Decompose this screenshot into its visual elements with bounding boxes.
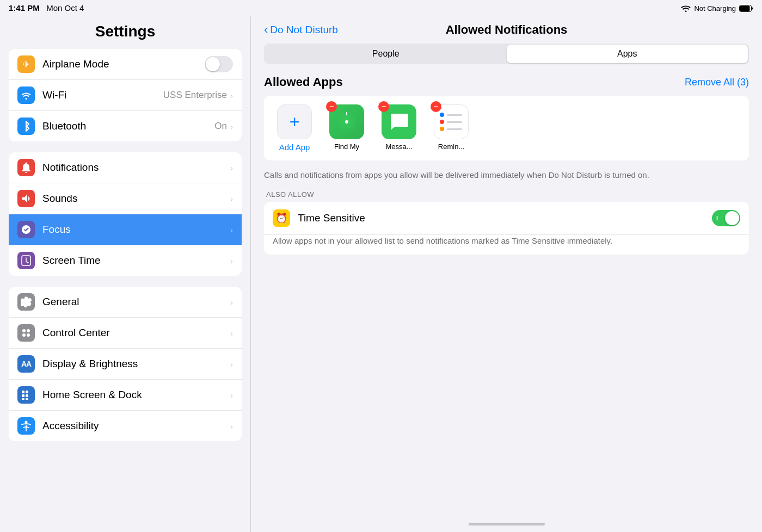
time-sensitive-toggle[interactable]: I	[712, 210, 740, 226]
svg-point-5	[22, 333, 26, 337]
add-app-item[interactable]: + Add App	[273, 104, 316, 152]
bluetooth-icon	[17, 117, 35, 135]
svg-rect-7	[22, 391, 24, 393]
sidebar-item-airplane-mode[interactable]: ✈ Airplane Mode	[9, 49, 242, 80]
home-indicator	[251, 516, 762, 532]
screen-time-label: Screen Time	[42, 255, 230, 267]
home-screen-chevron: ›	[230, 391, 233, 400]
notifications-chevron: ›	[230, 163, 233, 172]
svg-rect-9	[22, 394, 24, 397]
svg-point-17	[345, 120, 348, 123]
control-center-label: Control Center	[42, 327, 230, 339]
add-app-label: Add App	[279, 143, 310, 152]
messages-icon-wrapper: −	[382, 104, 416, 139]
right-panel: ‹ Do Not Disturb Allowed Notifications P…	[251, 16, 762, 532]
findmy-label: Find My	[334, 143, 359, 151]
tab-people[interactable]: People	[265, 45, 507, 63]
reminders-app-item[interactable]: − Remin...	[429, 104, 473, 152]
svg-point-6	[27, 333, 30, 337]
messages-app-item[interactable]: − Messa...	[377, 104, 421, 152]
home-screen-icon	[17, 386, 35, 404]
sounds-icon	[17, 190, 35, 207]
sidebar-item-wifi[interactable]: Wi-Fi USS Enterprise ›	[9, 80, 242, 111]
sidebar-item-screen-time[interactable]: Screen Time ›	[9, 245, 242, 276]
findmy-remove-badge[interactable]: −	[326, 101, 337, 112]
general-label: General	[42, 296, 230, 308]
back-button[interactable]: ‹ Do Not Disturb	[264, 23, 338, 37]
sidebar: Settings ✈ Airplane Mode Wi-Fi USS Enter…	[0, 16, 250, 532]
allowed-apps-title: Allowed Apps	[264, 75, 343, 89]
not-charging-label: Not Charging	[694, 4, 736, 13]
messages-label: Messa...	[385, 143, 412, 151]
notifications-icon	[17, 159, 35, 176]
display-brightness-label: Display & Brightness	[42, 358, 230, 370]
general-chevron: ›	[230, 298, 233, 307]
svg-rect-8	[26, 391, 28, 393]
status-bar: 1:41 PM Mon Oct 4 Not Charging	[0, 0, 762, 16]
display-brightness-icon: AA	[17, 355, 35, 373]
sidebar-title: Settings	[9, 16, 242, 49]
wifi-settings-icon	[17, 86, 35, 104]
wifi-chevron: ›	[230, 91, 233, 100]
svg-rect-1	[740, 5, 750, 11]
sounds-label: Sounds	[42, 193, 230, 205]
time-sensitive-description: Allow apps not in your allowed list to s…	[264, 234, 749, 255]
display-brightness-chevron: ›	[230, 360, 233, 369]
reminders-label: Remin...	[438, 143, 464, 151]
sidebar-item-notifications[interactable]: Notifications ›	[9, 152, 242, 183]
apps-card: + Add App	[264, 96, 749, 160]
focus-label: Focus	[42, 224, 230, 236]
sidebar-item-home-screen[interactable]: Home Screen & Dock ›	[9, 380, 242, 411]
time-sensitive-icon: ⏰	[273, 209, 290, 227]
sidebar-item-bluetooth[interactable]: Bluetooth On ›	[9, 111, 242, 141]
bluetooth-value: On	[214, 121, 227, 132]
svg-rect-10	[26, 394, 28, 397]
sidebar-item-sounds[interactable]: Sounds ›	[9, 183, 242, 214]
sounds-chevron: ›	[230, 194, 233, 203]
svg-point-3	[22, 329, 26, 332]
control-center-icon	[17, 324, 35, 342]
status-icons: Not Charging	[681, 4, 753, 13]
sidebar-item-focus[interactable]: Focus ›	[9, 214, 242, 245]
screen-time-icon	[17, 252, 35, 269]
focus-chevron: ›	[230, 225, 233, 234]
svg-point-13	[25, 421, 28, 424]
accessibility-icon	[17, 417, 35, 435]
svg-point-4	[27, 329, 30, 332]
screen-time-chevron: ›	[230, 256, 233, 265]
settings-group-display: General › Control Center › AA	[9, 287, 242, 441]
sidebar-item-control-center[interactable]: Control Center ›	[9, 318, 242, 349]
general-icon	[17, 293, 35, 311]
settings-group-alerts: Notifications › Sounds ›	[9, 152, 242, 276]
home-bar	[469, 523, 545, 525]
settings-group-network: ✈ Airplane Mode Wi-Fi USS Enterprise ›	[9, 49, 242, 141]
notifications-label: Notifications	[42, 162, 230, 174]
also-allow-label: ALSO ALLOW	[264, 190, 749, 199]
right-header: ‹ Do Not Disturb Allowed Notifications	[251, 16, 762, 37]
bluetooth-chevron: ›	[230, 122, 233, 131]
bluetooth-label: Bluetooth	[42, 120, 214, 132]
main-layout: Settings ✈ Airplane Mode Wi-Fi USS Enter…	[0, 16, 762, 532]
time-sensitive-row: ⏰ Time Sensitive I	[264, 202, 749, 234]
remove-all-button[interactable]: Remove All (3)	[685, 77, 749, 88]
sidebar-item-accessibility[interactable]: Accessibility ›	[9, 411, 242, 441]
add-app-icon: +	[277, 104, 312, 139]
tab-apps[interactable]: Apps	[507, 45, 748, 63]
focus-icon	[17, 221, 35, 238]
back-chevron-icon: ‹	[264, 23, 268, 37]
airplane-mode-toggle[interactable]	[205, 56, 233, 72]
accessibility-label: Accessibility	[42, 420, 230, 432]
reminders-icon-wrapper: −	[434, 104, 469, 139]
apps-description: Calls and notifications from apps you al…	[264, 167, 749, 190]
right-panel-title: Allowed Notifications	[446, 23, 568, 37]
reminders-remove-badge[interactable]: −	[431, 101, 441, 112]
accessibility-chevron: ›	[230, 422, 233, 431]
home-screen-label: Home Screen & Dock	[42, 389, 230, 401]
sidebar-item-display-brightness[interactable]: AA Display & Brightness ›	[9, 349, 242, 380]
messages-remove-badge[interactable]: −	[378, 101, 389, 112]
sidebar-item-general[interactable]: General ›	[9, 287, 242, 318]
status-time: 1:41 PM Mon Oct 4	[9, 3, 84, 13]
findmy-app-item[interactable]: − Find My	[325, 104, 368, 152]
apps-grid: + Add App	[273, 104, 740, 152]
airplane-mode-icon: ✈	[17, 55, 35, 73]
